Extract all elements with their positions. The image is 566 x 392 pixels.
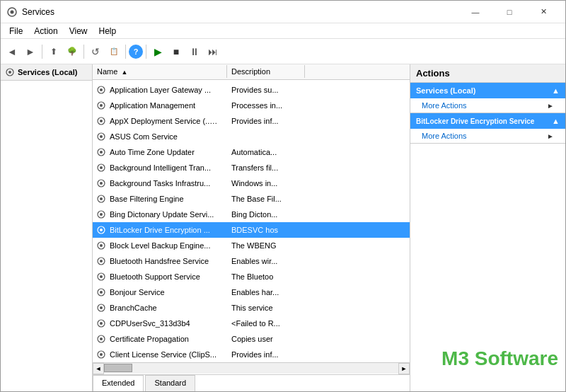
svg-point-33 <box>100 291 103 294</box>
service-desc: <Failed to R... <box>229 319 303 328</box>
service-row[interactable]: Bluetooth Handsfree ServiceEnables wir..… <box>93 253 410 269</box>
tab-extended[interactable]: Extended <box>93 375 144 391</box>
service-row[interactable]: Application Layer Gateway ...Provides su… <box>93 82 410 98</box>
svg-point-19 <box>100 182 103 185</box>
service-name: AppX Deployment Service (..… <box>110 117 229 125</box>
svg-point-9 <box>100 104 103 107</box>
menu-action[interactable]: Action <box>28 25 63 38</box>
sort-arrow: ▲ <box>121 69 127 76</box>
service-icon <box>95 99 108 112</box>
service-name: BranchCache <box>110 304 229 312</box>
close-button[interactable]: ✕ <box>527 5 560 19</box>
minimize-button[interactable]: — <box>459 5 492 19</box>
svg-point-17 <box>100 166 103 169</box>
service-row[interactable]: AppX Deployment Service (..…Provides inf… <box>93 113 410 129</box>
title-bar: Services — □ ✕ <box>1 1 565 23</box>
service-row[interactable]: Background Intelligent Tran...Transfers … <box>93 160 410 175</box>
service-row[interactable]: CDPUserSvc_313d3b4<Failed to R... <box>93 316 410 331</box>
service-table-panel: Name ▲ Description Application Informati… <box>93 64 410 391</box>
col-desc-header[interactable]: Description <box>227 65 305 78</box>
services-icon <box>5 67 15 77</box>
collapse-icon-1: ▲ <box>552 86 560 95</box>
service-icon <box>95 255 108 267</box>
actions-section-bitlocker-label: BitLocker Drive Encryption Service <box>416 117 534 125</box>
forward-button[interactable]: ► <box>22 43 39 60</box>
service-icon <box>95 177 108 190</box>
stop-service[interactable]: ■ <box>168 43 185 60</box>
up-button[interactable]: ⬆ <box>45 43 62 60</box>
horizontal-scrollbar[interactable]: ◄ ► <box>93 362 410 374</box>
service-name: Block Level Backup Engine... <box>110 241 229 250</box>
service-list[interactable]: Application InformationFacilitates t... … <box>93 80 410 362</box>
col-name-header[interactable]: Name ▲ <box>93 65 227 78</box>
start-service[interactable]: ▶ <box>149 43 166 60</box>
svg-point-3 <box>8 71 11 74</box>
menu-help[interactable]: Help <box>93 25 122 38</box>
pause-service[interactable]: ⏸ <box>186 43 203 60</box>
service-desc: Enables har... <box>229 288 303 296</box>
hscroll-thumb[interactable] <box>104 364 132 372</box>
resume-service[interactable]: ⏭ <box>204 43 221 60</box>
service-desc: Provides su... <box>229 86 303 94</box>
service-row[interactable]: Auto Time Zone UpdaterAutomatica... <box>93 144 410 160</box>
service-row[interactable]: Application ManagementProcesses in... <box>93 98 410 113</box>
hscroll-right-btn[interactable]: ► <box>398 363 410 374</box>
svg-point-31 <box>100 275 103 278</box>
service-desc: Processes in... <box>229 101 303 110</box>
maximize-button[interactable]: □ <box>493 5 526 19</box>
service-row[interactable]: Block Level Backup Engine...The WBENG <box>93 238 410 253</box>
service-icon <box>95 146 108 158</box>
service-row[interactable]: BranchCacheThis service <box>93 300 410 316</box>
svg-point-41 <box>100 353 103 356</box>
service-row[interactable]: Certificate PropagationCopies user <box>93 331 410 347</box>
svg-point-11 <box>100 120 103 122</box>
action-more-bitlocker[interactable]: More Actions ► <box>410 129 565 143</box>
service-row[interactable]: Client License Service (ClipS...Provides… <box>93 347 410 362</box>
service-row[interactable]: BitLocker Drive Encryption ...BDESVC hos <box>93 222 410 238</box>
service-desc: Enables wir... <box>229 257 303 265</box>
refresh-button[interactable]: ↺ <box>87 43 104 60</box>
service-row[interactable]: ASUS Com Service <box>93 129 410 144</box>
service-name: Application Management <box>110 101 229 110</box>
service-row[interactable]: Bonjour ServiceEnables har... <box>93 284 410 300</box>
service-name: Bing Dictonary Update Servi... <box>110 210 229 219</box>
back-button[interactable]: ◄ <box>4 43 21 60</box>
service-name: Background Tasks Infrastru... <box>110 179 229 188</box>
service-name: BitLocker Drive Encryption ... <box>110 226 229 234</box>
show-hide-tree[interactable]: 🌳 <box>64 43 81 60</box>
help-button[interactable]: ? <box>129 45 143 59</box>
main-content: Services (Local) Name ▲ Description <box>1 64 565 391</box>
menu-file[interactable]: File <box>4 25 28 38</box>
actions-section-bitlocker-header[interactable]: BitLocker Drive Encryption Service ▲ <box>410 113 565 129</box>
service-row[interactable]: Bluetooth Support ServiceThe Bluetoo <box>93 269 410 284</box>
service-desc: Provides inf... <box>229 350 303 359</box>
menu-view[interactable]: View <box>64 25 93 38</box>
service-desc: Copies user <box>229 335 303 343</box>
hscroll-left-btn[interactable]: ◄ <box>93 363 104 374</box>
service-row[interactable]: Base Filtering EngineThe Base Fil... <box>93 191 410 207</box>
service-icon <box>95 115 108 127</box>
svg-point-39 <box>100 338 103 340</box>
service-desc: Automatica... <box>229 148 303 156</box>
service-name: Bluetooth Handsfree Service <box>110 257 229 265</box>
service-desc: Provides inf... <box>229 117 303 125</box>
service-icon <box>95 208 108 221</box>
service-name: Application Layer Gateway ... <box>110 86 229 94</box>
service-desc: Windows in... <box>229 179 303 188</box>
svg-point-37 <box>100 322 103 325</box>
hscroll-track[interactable] <box>104 363 398 374</box>
action-more-local[interactable]: More Actions ► <box>410 98 565 113</box>
service-row[interactable]: Background Tasks Infrastru...Windows in.… <box>93 175 410 191</box>
toolbar-separator-4 <box>146 45 146 59</box>
tab-standard[interactable]: Standard <box>145 375 195 391</box>
actions-section-local-label: Services (Local) <box>416 86 475 95</box>
m3-branding: M3 Software <box>441 347 558 370</box>
service-icon <box>95 301 108 314</box>
window-title: Services <box>22 7 459 17</box>
service-row[interactable]: Bing Dictonary Update Servi...Bing Dicto… <box>93 207 410 222</box>
actions-section-local-header[interactable]: Services (Local) ▲ <box>410 83 565 98</box>
service-icon <box>95 83 108 96</box>
export-list[interactable]: 📋 <box>105 43 122 60</box>
action-arrow-1: ► <box>547 102 554 110</box>
service-name: Bluetooth Support Service <box>110 272 229 281</box>
